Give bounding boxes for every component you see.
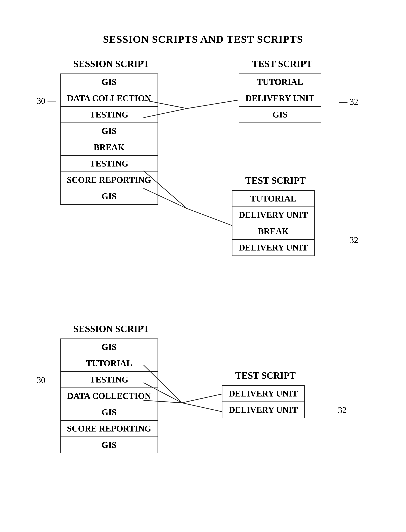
session-row: DATA COLLECTION xyxy=(60,90,158,106)
diagram-area: SESSION SCRIPT GIS DATA COLLECTION TESTI… xyxy=(0,58,406,532)
svg-line-9 xyxy=(182,394,222,403)
test-row: DELIVERY UNIT xyxy=(232,207,315,223)
ref-label-32-1a: ― 32 xyxy=(339,97,358,107)
session-row: TESTING xyxy=(60,155,158,172)
test-table-1b: TUTORIAL DELIVERY UNIT BREAK DELIVERY UN… xyxy=(232,190,315,256)
session-row: TESTING xyxy=(60,106,158,123)
test-row: GIS xyxy=(239,106,321,123)
svg-line-10 xyxy=(182,403,222,412)
test-row: BREAK xyxy=(232,223,315,239)
test-row: TUTORIAL xyxy=(239,74,321,90)
page-wrapper: SESSION SCRIPTS AND TEST SCRIPTS SESSION… xyxy=(0,33,406,532)
test-row: TUTORIAL xyxy=(232,190,315,207)
page-title: SESSION SCRIPTS AND TEST SCRIPTS xyxy=(0,33,406,45)
ref-label-32-1b: ― 32 xyxy=(339,235,358,245)
test-row: DELIVERY UNIT xyxy=(232,239,315,256)
session-script-label-1: SESSION SCRIPT xyxy=(73,58,150,69)
test-table-1a: TUTORIAL DELIVERY UNIT GIS xyxy=(239,73,321,123)
diagram-block-1: SESSION SCRIPT GIS DATA COLLECTION TESTI… xyxy=(27,58,379,300)
session-row: GIS xyxy=(60,123,158,139)
session-row: GIS xyxy=(60,339,158,355)
test-table-2: DELIVERY UNIT DELIVERY UNIT xyxy=(222,385,305,418)
ref-label-32-2: ― 32 xyxy=(327,405,347,415)
session-row: SCORE REPORTING xyxy=(60,420,158,437)
diagram-block-2: SESSION SCRIPT GIS TUTORIAL TESTING DATA… xyxy=(27,323,379,524)
svg-line-5 xyxy=(187,209,232,225)
session-row: BREAK xyxy=(60,139,158,155)
session-row: GIS xyxy=(60,74,158,90)
session-row: TESTING xyxy=(60,371,158,388)
test-row: DELIVERY UNIT xyxy=(239,90,321,106)
session-row: GIS xyxy=(60,188,158,204)
test-script-label-1a: TEST SCRIPT xyxy=(252,58,312,69)
test-row: DELIVERY UNIT xyxy=(222,385,304,402)
session-row: TUTORIAL xyxy=(60,355,158,371)
svg-line-2 xyxy=(187,100,239,109)
test-script-label-1b: TEST SCRIPT xyxy=(245,175,306,186)
session-script-label-2: SESSION SCRIPT xyxy=(73,323,150,334)
session-row: SCORE REPORTING xyxy=(60,172,158,188)
session-row: GIS xyxy=(60,437,158,453)
test-row: DELIVERY UNIT xyxy=(222,402,304,418)
session-row: DATA COLLECTION xyxy=(60,388,158,404)
session-table-2: GIS TUTORIAL TESTING DATA COLLECTION GIS… xyxy=(60,338,158,453)
test-script-label-2: TEST SCRIPT xyxy=(235,370,296,381)
session-table-1: GIS DATA COLLECTION TESTING GIS BREAK TE… xyxy=(60,73,158,205)
ref-label-30-1: 30 ― xyxy=(37,96,56,106)
session-row: GIS xyxy=(60,404,158,420)
ref-label-30-2: 30 ― xyxy=(37,375,56,385)
